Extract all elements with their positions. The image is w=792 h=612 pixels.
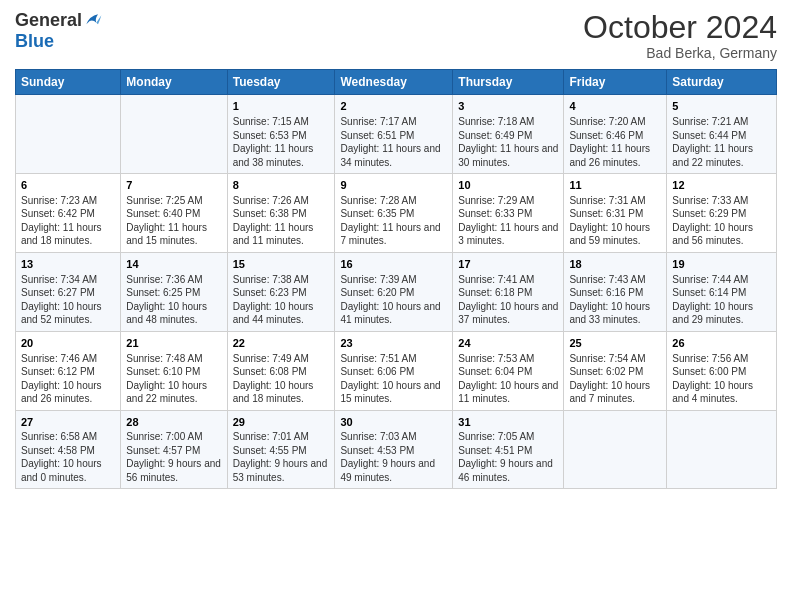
day-number: 20 <box>21 336 115 351</box>
cell-5-5: 31Sunrise: 7:05 AMSunset: 4:51 PMDayligh… <box>453 410 564 489</box>
cell-2-7: 12Sunrise: 7:33 AMSunset: 6:29 PMDayligh… <box>667 174 777 253</box>
sunrise-text: Sunrise: 7:20 AMSunset: 6:46 PMDaylight:… <box>569 116 650 168</box>
title-block: October 2024 Bad Berka, Germany <box>583 10 777 61</box>
day-number: 21 <box>126 336 221 351</box>
week-row-4: 20Sunrise: 7:46 AMSunset: 6:12 PMDayligh… <box>16 331 777 410</box>
col-tuesday: Tuesday <box>227 70 335 95</box>
col-wednesday: Wednesday <box>335 70 453 95</box>
col-friday: Friday <box>564 70 667 95</box>
sunrise-text: Sunrise: 7:29 AMSunset: 6:33 PMDaylight:… <box>458 195 558 247</box>
page: General Blue October 2024 Bad Berka, Ger… <box>0 0 792 612</box>
cell-2-3: 8Sunrise: 7:26 AMSunset: 6:38 PMDaylight… <box>227 174 335 253</box>
cell-3-3: 15Sunrise: 7:38 AMSunset: 6:23 PMDayligh… <box>227 252 335 331</box>
cell-3-2: 14Sunrise: 7:36 AMSunset: 6:25 PMDayligh… <box>121 252 227 331</box>
cell-3-6: 18Sunrise: 7:43 AMSunset: 6:16 PMDayligh… <box>564 252 667 331</box>
col-thursday: Thursday <box>453 70 564 95</box>
week-row-1: 1Sunrise: 7:15 AMSunset: 6:53 PMDaylight… <box>16 95 777 174</box>
cell-3-7: 19Sunrise: 7:44 AMSunset: 6:14 PMDayligh… <box>667 252 777 331</box>
cell-2-4: 9Sunrise: 7:28 AMSunset: 6:35 PMDaylight… <box>335 174 453 253</box>
day-number: 25 <box>569 336 661 351</box>
sunrise-text: Sunrise: 7:33 AMSunset: 6:29 PMDaylight:… <box>672 195 753 247</box>
calendar-table: Sunday Monday Tuesday Wednesday Thursday… <box>15 69 777 489</box>
cell-1-5: 3Sunrise: 7:18 AMSunset: 6:49 PMDaylight… <box>453 95 564 174</box>
day-number: 24 <box>458 336 558 351</box>
cell-5-7 <box>667 410 777 489</box>
cell-3-5: 17Sunrise: 7:41 AMSunset: 6:18 PMDayligh… <box>453 252 564 331</box>
sunrise-text: Sunrise: 7:46 AMSunset: 6:12 PMDaylight:… <box>21 353 102 405</box>
day-number: 16 <box>340 257 447 272</box>
sunrise-text: Sunrise: 7:39 AMSunset: 6:20 PMDaylight:… <box>340 274 440 326</box>
sunrise-text: Sunrise: 7:38 AMSunset: 6:23 PMDaylight:… <box>233 274 314 326</box>
day-number: 6 <box>21 178 115 193</box>
day-number: 29 <box>233 415 330 430</box>
sunrise-text: Sunrise: 7:48 AMSunset: 6:10 PMDaylight:… <box>126 353 207 405</box>
cell-1-4: 2Sunrise: 7:17 AMSunset: 6:51 PMDaylight… <box>335 95 453 174</box>
day-number: 9 <box>340 178 447 193</box>
cell-4-4: 23Sunrise: 7:51 AMSunset: 6:06 PMDayligh… <box>335 331 453 410</box>
logo-general: General <box>15 10 82 31</box>
day-number: 15 <box>233 257 330 272</box>
cell-1-2 <box>121 95 227 174</box>
sunrise-text: Sunrise: 7:41 AMSunset: 6:18 PMDaylight:… <box>458 274 558 326</box>
sunrise-text: Sunrise: 7:17 AMSunset: 6:51 PMDaylight:… <box>340 116 440 168</box>
cell-4-6: 25Sunrise: 7:54 AMSunset: 6:02 PMDayligh… <box>564 331 667 410</box>
cell-1-1 <box>16 95 121 174</box>
sunrise-text: Sunrise: 7:26 AMSunset: 6:38 PMDaylight:… <box>233 195 314 247</box>
cell-5-3: 29Sunrise: 7:01 AMSunset: 4:55 PMDayligh… <box>227 410 335 489</box>
sunrise-text: Sunrise: 7:21 AMSunset: 6:44 PMDaylight:… <box>672 116 753 168</box>
sunrise-text: Sunrise: 7:49 AMSunset: 6:08 PMDaylight:… <box>233 353 314 405</box>
sunrise-text: Sunrise: 7:15 AMSunset: 6:53 PMDaylight:… <box>233 116 314 168</box>
logo-bird-icon <box>83 11 103 31</box>
sunrise-text: Sunrise: 7:18 AMSunset: 6:49 PMDaylight:… <box>458 116 558 168</box>
day-number: 23 <box>340 336 447 351</box>
sunrise-text: Sunrise: 7:00 AMSunset: 4:57 PMDaylight:… <box>126 431 221 483</box>
sunrise-text: Sunrise: 7:05 AMSunset: 4:51 PMDaylight:… <box>458 431 553 483</box>
cell-4-2: 21Sunrise: 7:48 AMSunset: 6:10 PMDayligh… <box>121 331 227 410</box>
calendar-body: 1Sunrise: 7:15 AMSunset: 6:53 PMDaylight… <box>16 95 777 489</box>
cell-2-2: 7Sunrise: 7:25 AMSunset: 6:40 PMDaylight… <box>121 174 227 253</box>
week-row-3: 13Sunrise: 7:34 AMSunset: 6:27 PMDayligh… <box>16 252 777 331</box>
sunrise-text: Sunrise: 7:01 AMSunset: 4:55 PMDaylight:… <box>233 431 328 483</box>
col-monday: Monday <box>121 70 227 95</box>
day-number: 13 <box>21 257 115 272</box>
day-number: 1 <box>233 99 330 114</box>
cell-4-3: 22Sunrise: 7:49 AMSunset: 6:08 PMDayligh… <box>227 331 335 410</box>
week-row-5: 27Sunrise: 6:58 AMSunset: 4:58 PMDayligh… <box>16 410 777 489</box>
day-number: 7 <box>126 178 221 193</box>
sunrise-text: Sunrise: 7:36 AMSunset: 6:25 PMDaylight:… <box>126 274 207 326</box>
day-number: 27 <box>21 415 115 430</box>
cell-5-1: 27Sunrise: 6:58 AMSunset: 4:58 PMDayligh… <box>16 410 121 489</box>
cell-2-6: 11Sunrise: 7:31 AMSunset: 6:31 PMDayligh… <box>564 174 667 253</box>
sunrise-text: Sunrise: 6:58 AMSunset: 4:58 PMDaylight:… <box>21 431 102 483</box>
day-number: 4 <box>569 99 661 114</box>
sunrise-text: Sunrise: 7:54 AMSunset: 6:02 PMDaylight:… <box>569 353 650 405</box>
cell-3-4: 16Sunrise: 7:39 AMSunset: 6:20 PMDayligh… <box>335 252 453 331</box>
day-number: 31 <box>458 415 558 430</box>
day-number: 3 <box>458 99 558 114</box>
sunrise-text: Sunrise: 7:53 AMSunset: 6:04 PMDaylight:… <box>458 353 558 405</box>
day-number: 8 <box>233 178 330 193</box>
day-number: 14 <box>126 257 221 272</box>
sunrise-text: Sunrise: 7:28 AMSunset: 6:35 PMDaylight:… <box>340 195 440 247</box>
location-subtitle: Bad Berka, Germany <box>583 45 777 61</box>
day-number: 18 <box>569 257 661 272</box>
sunrise-text: Sunrise: 7:23 AMSunset: 6:42 PMDaylight:… <box>21 195 102 247</box>
cell-5-2: 28Sunrise: 7:00 AMSunset: 4:57 PMDayligh… <box>121 410 227 489</box>
sunrise-text: Sunrise: 7:56 AMSunset: 6:00 PMDaylight:… <box>672 353 753 405</box>
day-number: 5 <box>672 99 771 114</box>
header: General Blue October 2024 Bad Berka, Ger… <box>15 10 777 61</box>
day-number: 30 <box>340 415 447 430</box>
cell-1-7: 5Sunrise: 7:21 AMSunset: 6:44 PMDaylight… <box>667 95 777 174</box>
logo: General Blue <box>15 10 103 52</box>
header-row: Sunday Monday Tuesday Wednesday Thursday… <box>16 70 777 95</box>
cell-2-5: 10Sunrise: 7:29 AMSunset: 6:33 PMDayligh… <box>453 174 564 253</box>
day-number: 10 <box>458 178 558 193</box>
sunrise-text: Sunrise: 7:03 AMSunset: 4:53 PMDaylight:… <box>340 431 435 483</box>
sunrise-text: Sunrise: 7:31 AMSunset: 6:31 PMDaylight:… <box>569 195 650 247</box>
day-number: 2 <box>340 99 447 114</box>
cell-5-6 <box>564 410 667 489</box>
day-number: 26 <box>672 336 771 351</box>
cell-2-1: 6Sunrise: 7:23 AMSunset: 6:42 PMDaylight… <box>16 174 121 253</box>
col-saturday: Saturday <box>667 70 777 95</box>
day-number: 11 <box>569 178 661 193</box>
